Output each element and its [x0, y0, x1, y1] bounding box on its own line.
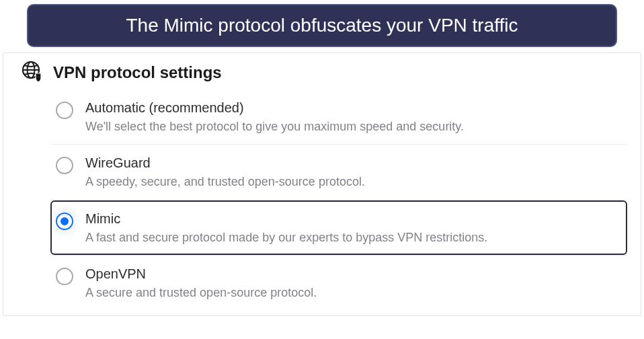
option-text: Mimic A fast and secure protocol made by… [85, 211, 619, 246]
vpn-protocol-settings-panel: VPN protocol settings Automatic (recomme… [3, 52, 641, 316]
radio-icon [56, 102, 73, 119]
option-desc: A secure and trusted open-source protoco… [85, 285, 619, 301]
option-text: OpenVPN A secure and trusted open-source… [85, 266, 619, 301]
protocol-option-mimic[interactable]: Mimic A fast and secure protocol made by… [50, 200, 627, 255]
protocol-option-wireguard[interactable]: WireGuard A speedy, secure, and trusted … [50, 145, 627, 199]
option-label: WireGuard [85, 155, 619, 171]
radio-icon [56, 268, 73, 285]
info-banner-text: The Mimic protocol obfuscates your VPN t… [126, 15, 518, 36]
option-desc: A speedy, secure, and trusted open-sourc… [85, 174, 619, 190]
option-text: Automatic (recommended) We'll select the… [85, 100, 619, 135]
info-banner: The Mimic protocol obfuscates your VPN t… [27, 4, 617, 47]
option-label: Automatic (recommended) [85, 100, 619, 116]
option-label: OpenVPN [85, 266, 619, 282]
protocol-option-openvpn[interactable]: OpenVPN A secure and trusted open-source… [50, 256, 627, 310]
radio-icon [56, 157, 73, 174]
option-label: Mimic [85, 211, 619, 227]
radio-icon [56, 213, 73, 230]
protocol-options-list: Automatic (recommended) We'll select the… [3, 89, 641, 310]
settings-header: VPN protocol settings [3, 60, 641, 89]
option-desc: We'll select the best protocol to give y… [85, 118, 619, 135]
globe-shield-icon [21, 60, 44, 85]
option-desc: A fast and secure protocol made by our e… [85, 229, 619, 246]
protocol-option-automatic[interactable]: Automatic (recommended) We'll select the… [50, 89, 627, 144]
settings-title: VPN protocol settings [53, 63, 222, 82]
option-text: WireGuard A speedy, secure, and trusted … [85, 155, 619, 190]
